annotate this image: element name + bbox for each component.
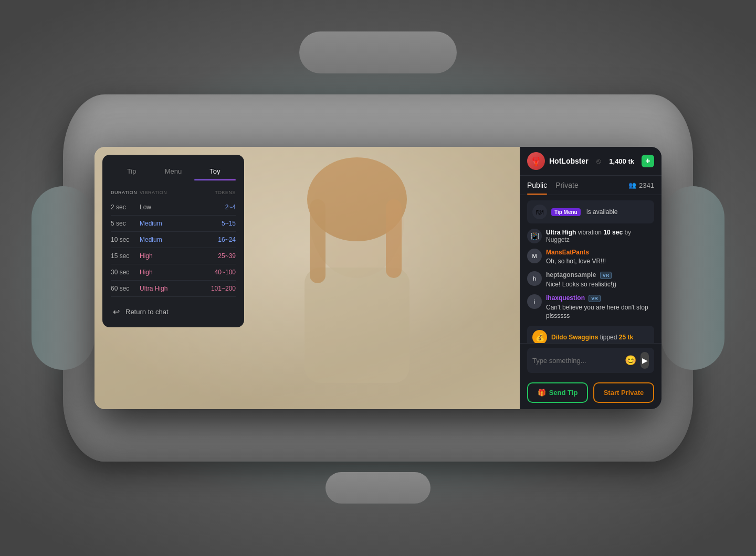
toy-row[interactable]: 30 sec High 40~100: [111, 264, 236, 281]
chat-text: Can't believe you are here don't stop pl…: [546, 303, 654, 321]
toy-panel: Tip Menu Toy DURATION VIBRATION TOKENS 2…: [102, 155, 244, 327]
chat-text: Nice! Looks so realistic!)): [546, 280, 654, 289]
list-item: i ihaxquestion VR Can't believe you are …: [527, 294, 654, 321]
chat-avatar: h: [527, 271, 542, 286]
start-private-button[interactable]: Start Private: [593, 382, 654, 403]
send-tip-button[interactable]: 🎁 Send Tip: [527, 382, 588, 403]
return-to-chat-button[interactable]: ↩ Return to chat: [111, 304, 236, 319]
send-tip-label: Send Tip: [549, 389, 578, 397]
avatar-container: 🦞: [527, 152, 545, 170]
vibration-2: Medium: [140, 220, 199, 227]
emoji-button[interactable]: 😊: [625, 355, 636, 366]
toy-row[interactable]: 2 sec Low 2~4: [111, 199, 236, 216]
vibration-4: High: [140, 252, 199, 260]
chat-text: Oh, so hot, love VR!!!: [546, 257, 654, 266]
viewer-number: 2341: [639, 181, 654, 189]
tab-menu[interactable]: Menu: [152, 163, 194, 180]
vibration-1: Low: [140, 204, 199, 211]
token-count: 1,400 tk: [609, 157, 634, 165]
chat-panel: 🦞 HotLobster ⎋ 1,400 tk + Public Private…: [520, 147, 662, 409]
tokens-6: 101~200: [199, 285, 236, 292]
chat-header: 🦞 HotLobster ⎋ 1,400 tk +: [520, 147, 662, 176]
list-item: h heptagonsample VR Nice! Looks so reali…: [527, 271, 654, 289]
vibration-3: Medium: [140, 236, 199, 243]
tokens-4: 25~39: [199, 252, 236, 260]
tab-public[interactable]: Public: [527, 181, 547, 195]
toy-row[interactable]: 60 sec Ultra High 101~200: [111, 281, 236, 297]
tab-tip[interactable]: Tip: [111, 163, 152, 180]
tip-text: Dildo Swaggins tipped 25 tk: [551, 334, 633, 341]
vibration-5: High: [140, 269, 199, 276]
chat-username: MansEatPants: [546, 249, 654, 256]
vibration-6: Ultra High: [140, 285, 199, 292]
chat-messages: 🍽 Tip Menu is available 📳 Ultra High vib…: [520, 195, 662, 343]
tab-private[interactable]: Private: [555, 181, 579, 195]
col-header-vibration: VIBRATION: [140, 190, 199, 195]
duration-3: 10 sec: [111, 236, 140, 243]
tip-menu-badge: Tip Menu: [551, 208, 581, 216]
toy-row[interactable]: 15 sec High 25~39: [111, 248, 236, 264]
chat-username: heptagonsample VR: [546, 271, 654, 279]
chat-input[interactable]: [532, 357, 621, 365]
vibration-icon: 📳: [527, 229, 542, 243]
list-item: 📳 Ultra High vibration 10 sec by Nuggetz: [527, 229, 654, 243]
video-area: Tip Menu Toy DURATION VIBRATION TOKENS 2…: [94, 147, 520, 409]
toy-row[interactable]: 5 sec Medium 5~15: [111, 216, 236, 232]
tokens-3: 16~24: [199, 236, 236, 243]
tip-menu-icon: 🍽: [532, 205, 547, 219]
list-item: 💰 Dildo Swaggins tipped 25 tk: [527, 326, 654, 343]
col-header-duration: DURATION: [111, 190, 140, 195]
duration-6: 60 sec: [111, 285, 140, 292]
toy-row[interactable]: 10 sec Medium 16~24: [111, 232, 236, 248]
chat-username: ihaxquestion VR: [546, 294, 654, 302]
send-tip-icon: 🎁: [538, 389, 546, 397]
duration-2: 5 sec: [111, 220, 140, 227]
chat-input-area: 😊 ▶: [520, 343, 662, 377]
col-header-tokens: TOKENS: [199, 190, 236, 195]
tip-avatar: 💰: [532, 330, 547, 343]
tab-toy[interactable]: Toy: [194, 163, 236, 180]
duration-4: 15 sec: [111, 252, 140, 260]
tokens-5: 40~100: [199, 269, 236, 276]
chat-tabs: Public Private 👥 2341: [520, 176, 662, 195]
vibration-text: Ultra High vibration 10 sec by Nuggetz: [546, 229, 654, 243]
duration-1: 2 sec: [111, 204, 140, 211]
tip-menu-text: is available: [585, 208, 618, 216]
start-private-label: Start Private: [604, 389, 644, 397]
chat-input-row: 😊 ▶: [527, 348, 654, 373]
avatar: 🦞: [527, 152, 545, 170]
toy-tabs: Tip Menu Toy: [111, 163, 236, 180]
app-container: Tip Menu Toy DURATION VIBRATION TOKENS 2…: [94, 147, 662, 409]
return-icon: ↩: [111, 306, 121, 317]
add-tokens-button[interactable]: +: [642, 155, 654, 167]
send-button[interactable]: ▶: [640, 352, 649, 369]
list-item: M MansEatPants Oh, so hot, love VR!!!: [527, 249, 654, 266]
tokens-2: 5~15: [199, 220, 236, 227]
chat-avatar: M: [527, 249, 542, 263]
logout-icon[interactable]: ⎋: [596, 157, 601, 165]
return-label: Return to chat: [125, 308, 169, 316]
viewer-icon: 👥: [628, 181, 636, 189]
viewer-count: 👥 2341: [628, 181, 654, 195]
list-item: 🍽 Tip Menu is available: [527, 200, 654, 223]
toy-table-header: DURATION VIBRATION TOKENS: [111, 188, 236, 199]
tokens-1: 2~4: [199, 204, 236, 211]
duration-5: 30 sec: [111, 269, 140, 276]
action-buttons: 🎁 Send Tip Start Private: [520, 377, 662, 409]
chat-avatar: i: [527, 294, 542, 309]
streamer-name: HotLobster: [549, 157, 592, 165]
